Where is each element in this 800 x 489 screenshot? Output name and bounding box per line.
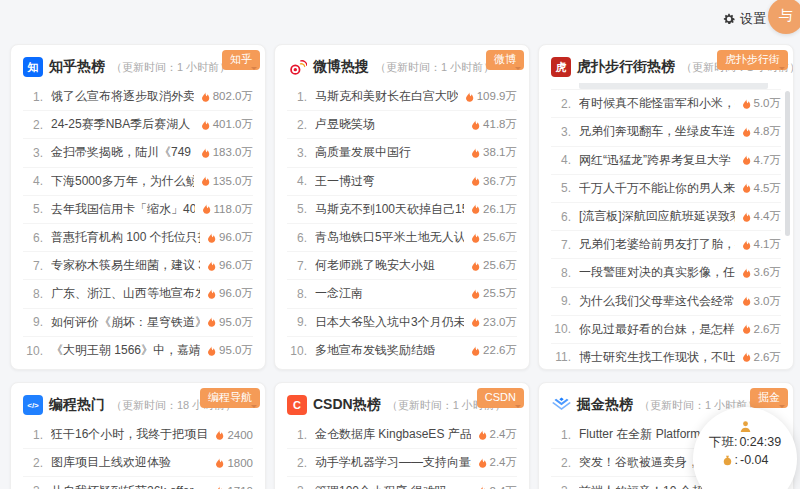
- list-item[interactable]: 8.一念江南25.5万: [287, 280, 517, 308]
- heat-number: 4.1万: [754, 237, 782, 252]
- heat-value: 3.6万: [741, 265, 782, 280]
- rank-number: 2.: [551, 456, 571, 470]
- heat-value: 2.6万: [741, 322, 782, 337]
- item-title: 动手学机器学习——支持向量机SVM...: [315, 454, 471, 471]
- list-item[interactable]: 3.从自我怀疑到斩获26k offer：一个普...1710: [23, 477, 253, 489]
- list-item[interactable]: 5.马斯克不到100天砍掉自己1500亿...26.1万: [287, 196, 517, 224]
- list-item[interactable]: 3.兄弟们奔现翻车，坐绿皮车连夜跑路...4.8万: [551, 118, 781, 146]
- avatar[interactable]: 与: [768, 0, 800, 34]
- heat-number: 41.8万: [483, 117, 517, 132]
- item-title: 马斯克和美财长在白宫大吵狂飙脏...: [315, 88, 458, 105]
- list-item[interactable]: 3.高质量发展中国行38.1万: [287, 139, 517, 167]
- heat-value: 96.0万: [206, 258, 253, 273]
- list-item[interactable]: 9.为什么我们父母辈这代会经常为了一...3.0万: [551, 288, 781, 316]
- item-title: 一念江南: [315, 285, 464, 302]
- source-tag: 虎扑步行街: [717, 50, 788, 70]
- list-item[interactable]: 4.下海5000多万年，为什么鲸鱼没...135.0万: [23, 168, 253, 196]
- list-item[interactable]: 1.金仓数据库 KingbaseES 产品深度优...2.4万: [287, 421, 517, 449]
- heat-value: 4.1万: [741, 237, 782, 252]
- list-item[interactable]: 2.有时候真不能怪雷军和小米，摊上这...5.0万: [551, 90, 781, 118]
- rank-number: 2.: [23, 118, 43, 132]
- source-tag: CSDN: [477, 388, 524, 408]
- card-hupu: 虎虎扑步行街热榜（更新时间：1 小时前）虎扑步行街2.有时候真不能怪雷军和小米，…: [538, 44, 794, 370]
- list-item[interactable]: 11.博士研究生找工作现状，不吐不快2.6万: [551, 344, 781, 370]
- list-item[interactable]: 1.狂干16个小时，我终于把项目上线...2400: [23, 421, 253, 449]
- list-item[interactable]: 2.图库项目上线欢迎体验1800: [23, 449, 253, 477]
- rank-number: 1.: [287, 90, 307, 104]
- list-item[interactable]: 10.多地宣布发钱奖励结婚22.6万: [287, 337, 517, 365]
- item-title: 24-25赛季NBA季后赛湖人 104:11...: [51, 116, 194, 133]
- list-item[interactable]: 3.管理100个小程序-很难吗2.4万: [287, 477, 517, 489]
- scrollbar-thumb[interactable]: [785, 91, 790, 236]
- list-item[interactable]: 7.专家称木筷易生细菌，建议 3-6 个...96.0万: [23, 252, 253, 280]
- source-tag: 微博: [486, 50, 524, 70]
- list-item[interactable]: 10.你见过最好看的台妹，是怎样的？可...2.6万: [551, 316, 781, 344]
- flame-icon: [470, 175, 480, 187]
- heat-number: 2400: [227, 429, 253, 441]
- rank-number: 4.: [551, 153, 571, 167]
- list-item[interactable]: 6.普惠托育机构 100 个托位只招到 17...96.0万: [23, 224, 253, 252]
- heat-number: 23.0万: [483, 315, 517, 330]
- rank-number: 3.: [287, 146, 307, 160]
- flame-icon: [741, 267, 751, 279]
- hot-list: 1.马斯克和美财长在白宫大吵狂飙脏...109.9万2.卢昱晓笑场41.8万3.…: [287, 83, 517, 365]
- heat-number: 22.6万: [483, 343, 517, 358]
- rank-number: 9.: [287, 315, 307, 329]
- heat-value: 95.0万: [206, 315, 253, 330]
- heat-value: 2400: [214, 429, 253, 441]
- list-item[interactable]: 4.网红“迅猛龙”跨界考复旦大学，公平...4.7万: [551, 147, 781, 175]
- item-title: 王一博过弯: [315, 173, 464, 190]
- list-item[interactable]: 7.兄弟们老婆给前男友打了胎，我刚知...4.1万: [551, 231, 781, 259]
- list-item[interactable]: 2.动手学机器学习——支持向量机SVM...2.4万: [287, 449, 517, 477]
- list-item[interactable]: 3.金扫帚奖揭晓，陆川《749 局》横...183.0万: [23, 139, 253, 167]
- rank-number: 3.: [551, 125, 571, 139]
- heat-value: 135.0万: [200, 174, 253, 189]
- list-item[interactable]: 6.[流言板]深航回应航班延误致乘客被...4.4万: [551, 203, 781, 231]
- item-title: 兄弟们老婆给前男友打了胎，我刚知...: [579, 236, 735, 253]
- rank-number: 7.: [23, 259, 43, 273]
- heat-number: 2.4万: [490, 427, 518, 442]
- heat-number: 25.6万: [483, 258, 517, 273]
- item-title: 管理100个小程序-很难吗: [315, 483, 471, 489]
- list-item[interactable]: 5.去年我国信用卡「缩水」4000万...118.0万: [23, 196, 253, 224]
- list-item[interactable]: 6.青岛地铁口5平米土地无人认领25.6万: [287, 224, 517, 252]
- heat-value: 401.0万: [200, 117, 253, 132]
- item-title: 去年我国信用卡「缩水」4000万...: [51, 201, 195, 218]
- heat-number: 2.6万: [754, 350, 782, 365]
- heat-value: 5.0万: [741, 96, 782, 111]
- rank-number: 1.: [287, 428, 307, 442]
- list-item[interactable]: 4.王一博过弯36.7万: [287, 168, 517, 196]
- flame-icon: [470, 288, 480, 300]
- list-item[interactable]: 2.卢昱晓笑场41.8万: [287, 111, 517, 139]
- list-item[interactable]: 5.千万人千万不能让你的男人来胡志明...4.5万: [551, 175, 781, 203]
- item-title: [流言板]深航回应航班延误致乘客被...: [579, 208, 735, 225]
- list-item[interactable]: 8.一段警匪对决的真实影像，任何电影...3.6万: [551, 259, 781, 287]
- list-item[interactable]: 8.广东、浙江、山西等地宣布发钱奖...96.0万: [23, 280, 253, 308]
- rank-number: 7.: [551, 238, 571, 252]
- card-title: 掘金热榜: [577, 396, 633, 414]
- list-item[interactable]: 1.马斯克和美财长在白宫大吵狂飙脏...109.9万: [287, 83, 517, 111]
- list-item[interactable]: 1.饿了么宣布将逐步取消外卖超时...802.0万: [23, 83, 253, 111]
- heat-number: 183.0万: [213, 145, 253, 160]
- list-item[interactable]: 10.《大明王朝 1566》中，嘉靖为什...95.0万: [23, 337, 253, 365]
- heat-value: 25.6万: [470, 258, 517, 273]
- list-item[interactable]: 9.如何评价《崩坏：星穹铁道》二周...95.0万: [23, 309, 253, 337]
- flame-icon: [470, 345, 480, 357]
- heat-number: 96.0万: [219, 286, 253, 301]
- settings-button[interactable]: 设置: [722, 10, 766, 28]
- rank-number: 5.: [287, 202, 307, 216]
- heat-value: 1710: [214, 485, 253, 489]
- list-item[interactable]: 2.24-25赛季NBA季后赛湖人 104:11...401.0万: [23, 111, 253, 139]
- item-title: 一段警匪对决的真实影像，任何电影...: [579, 264, 735, 281]
- flame-icon: [206, 232, 216, 244]
- heat-number: 36.7万: [483, 174, 517, 189]
- card-header: 微博热搜（更新时间：1 小时前）: [287, 53, 517, 81]
- heat-value: 96.0万: [206, 286, 253, 301]
- item-title: 博士研究生找工作现状，不吐不快: [579, 349, 735, 366]
- item-title: 《大明王朝 1566》中，嘉靖为什...: [51, 342, 200, 359]
- balance-prefix: :: [735, 451, 738, 469]
- list-item[interactable]: 9.日本大爷坠入坑中3个月仍未获救23.0万: [287, 309, 517, 337]
- rank-number: 9.: [23, 315, 43, 329]
- flame-icon: [206, 316, 216, 328]
- list-item[interactable]: 7.何老师跳了晚安大小姐25.6万: [287, 252, 517, 280]
